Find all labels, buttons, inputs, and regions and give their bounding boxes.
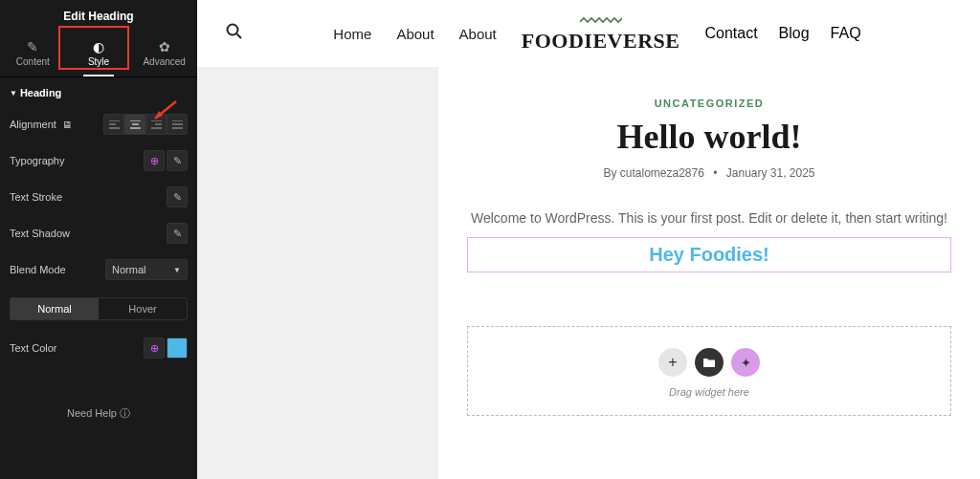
caret-down-icon: ▼ [10, 89, 17, 98]
dropzone[interactable]: + ✦ Drag widget here [467, 326, 951, 416]
chevron-down-icon: ▼ [173, 266, 181, 274]
welcome-text: Welcome to WordPress. This is your first… [467, 210, 951, 226]
post-meta: By cutalomeza2876 • January 31, 2025 [467, 166, 951, 180]
text-stroke-label: Text Stroke [10, 191, 62, 203]
add-widget-button[interactable]: + [658, 348, 687, 377]
text-color-label: Text Color [10, 342, 57, 354]
post-date: January 31, 2025 [726, 166, 815, 180]
desktop-icon[interactable]: 🖥 [62, 120, 72, 130]
contrast-icon: ◐ [66, 38, 132, 55]
state-normal[interactable]: Normal [11, 298, 99, 319]
edit-icon[interactable]: ✎ [167, 150, 188, 171]
nav-home[interactable]: Home [333, 26, 371, 42]
heading-widget[interactable]: Hey Foodies! [467, 237, 951, 272]
panel-title: Edit Heading [0, 0, 197, 29]
brand[interactable]: FOODIEVERSE [522, 14, 680, 54]
post-category[interactable]: UNCATEGORIZED [467, 98, 951, 109]
state-hover[interactable]: Hover [99, 298, 187, 319]
post-author[interactable]: cutalomeza2876 [620, 166, 704, 180]
post-title: Hello world! [467, 117, 951, 157]
align-justify[interactable] [167, 114, 188, 135]
section-heading[interactable]: ▼ Heading [10, 77, 188, 106]
svg-point-0 [228, 24, 238, 34]
alignment-buttons [103, 114, 188, 135]
zigzag-icon [522, 14, 680, 29]
gear-icon: ✿ [131, 38, 197, 55]
alignment-label: Alignment [10, 119, 56, 130]
align-right[interactable] [145, 114, 167, 135]
align-left[interactable] [103, 114, 124, 135]
nav-contact[interactable]: Contact [704, 25, 757, 42]
help-icon: ⓘ [120, 407, 130, 419]
text-shadow-label: Text Shadow [10, 228, 70, 239]
folder-button[interactable] [695, 348, 724, 377]
nav-about2[interactable]: About [459, 26, 497, 42]
globe-icon[interactable]: ⊕ [144, 150, 165, 171]
blend-mode-label: Blend Mode [10, 264, 66, 275]
plus-icon: + [668, 354, 677, 371]
nav-blog[interactable]: Blog [779, 25, 810, 42]
edit-icon[interactable]: ✎ [167, 186, 188, 207]
search-icon[interactable] [226, 23, 243, 45]
tab-style[interactable]: ◐ Style [66, 29, 132, 76]
typography-label: Typography [10, 155, 64, 166]
text-color-swatch[interactable] [167, 337, 188, 359]
nav-about[interactable]: About [396, 26, 434, 42]
pencil-icon: ✎ [0, 38, 66, 55]
ai-button[interactable]: ✦ [731, 348, 760, 377]
align-center[interactable] [124, 114, 145, 135]
globe-icon[interactable]: ⊕ [144, 337, 165, 359]
edit-icon[interactable]: ✎ [167, 223, 188, 244]
blend-mode-select[interactable]: Normal ▼ [105, 259, 188, 280]
folder-icon [703, 356, 715, 370]
nav-faq[interactable]: FAQ [831, 25, 861, 42]
tab-advanced[interactable]: ✿ Advanced [131, 29, 197, 76]
help-link[interactable]: Need Help ⓘ [10, 406, 188, 421]
heading-text: Hey Foodies! [468, 244, 950, 266]
sparkle-icon: ✦ [741, 356, 751, 370]
drop-label: Drag widget here [468, 386, 950, 398]
tab-content[interactable]: ✎ Content [0, 29, 66, 76]
